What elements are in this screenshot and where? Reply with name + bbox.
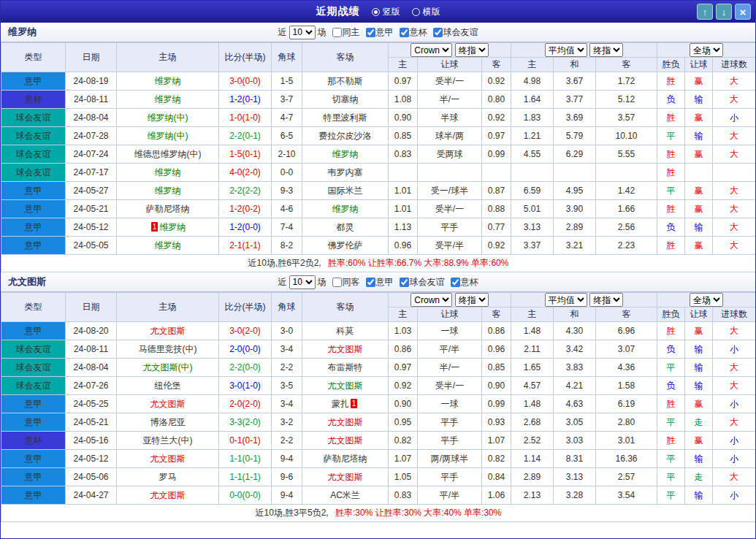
filter-league-2-checkbox[interactable]	[400, 28, 409, 37]
ah-stage-select[interactable]: 终指	[455, 43, 489, 57]
away-team-cell[interactable]: 维罗纳	[302, 200, 389, 218]
away-team-cell[interactable]: 萨勒尼塔纳	[302, 450, 389, 468]
match-row: 意甲 24-05-21 博洛尼亚 3-3(2-0) 3-2 尤文图斯 0.95 …	[1, 413, 756, 432]
match-row: 球会友谊 24-08-11 马德里竞技(中) 2-0(0-0) 3-4 尤文图斯…	[1, 340, 756, 359]
eu-away-odds: 10.10	[596, 127, 657, 145]
home-team-cell[interactable]: 马德里竞技(中)	[117, 340, 219, 359]
home-team-cell[interactable]: 尤文图斯(中)	[117, 359, 219, 377]
away-team-cell[interactable]: 维罗纳	[302, 145, 389, 164]
home-team-cell[interactable]: 维罗纳	[117, 182, 219, 200]
filter-league-3-checkbox[interactable]	[451, 278, 460, 287]
home-team-cell[interactable]: 维罗纳	[117, 72, 219, 91]
ah-away-odds	[482, 164, 511, 182]
euro-avg-select[interactable]: 平均值	[545, 43, 587, 57]
euro-odds-select-cell: 平均值 终指	[511, 293, 657, 307]
home-red-card-badge: 1	[151, 222, 159, 232]
match-count-select[interactable]: 10	[289, 26, 316, 39]
away-team-cell[interactable]: AC米兰	[302, 486, 389, 505]
filter-league-1-checkbox[interactable]	[366, 28, 375, 37]
home-team-cell[interactable]: 尤文图斯	[117, 322, 219, 340]
match-count-select[interactable]: 10	[289, 275, 316, 289]
away-team-cell[interactable]: 尤文图斯	[302, 413, 389, 432]
home-team-cell[interactable]: 尤文图斯	[117, 450, 219, 468]
away-team-cell[interactable]: 特里波利斯	[302, 109, 389, 127]
move-down-button[interactable]: ↓	[716, 4, 732, 20]
home-team-name: 维德思维罗纳(中)	[134, 149, 202, 159]
euro-stage-select[interactable]: 终指	[589, 293, 623, 307]
goals-result-cell: 大	[713, 322, 756, 340]
away-team-cell[interactable]: 国际米兰	[302, 182, 389, 200]
away-team-cell[interactable]: 韦罗内塞	[302, 164, 389, 182]
home-team-cell[interactable]: 尤文图斯	[117, 486, 219, 505]
away-team-cell[interactable]: 费拉尔皮沙洛	[302, 127, 389, 145]
away-team-cell[interactable]: 尤文图斯	[302, 377, 389, 395]
filter-league-3[interactable]: 意杯	[447, 276, 478, 288]
filter-league-1-checkbox[interactable]	[366, 278, 375, 287]
away-team-cell[interactable]: 切塞纳	[302, 91, 389, 109]
layout-radio-horizontal[interactable]: 横版	[412, 6, 440, 18]
home-team-cell[interactable]: 维罗纳(中)	[117, 109, 219, 127]
away-team-cell[interactable]: 佛罗伦萨	[302, 237, 389, 255]
filter-league-3[interactable]: 球会友谊	[429, 26, 478, 39]
eu-away-odds	[596, 164, 657, 182]
home-team-cell[interactable]: 维德思维罗纳(中)	[117, 145, 219, 164]
away-team-cell[interactable]: 都灵	[302, 218, 389, 237]
match-row: 球会友谊 24-07-17 维罗纳 4-0(2-0) 0-0 韦罗内塞 胜	[1, 164, 756, 182]
scope-select[interactable]: 全场	[690, 293, 723, 307]
home-team-cell[interactable]: 博洛尼亚	[117, 413, 219, 432]
away-team-cell[interactable]: 那不勒斯	[302, 72, 389, 91]
home-team-cell[interactable]: 维罗纳	[117, 164, 219, 182]
home-team-cell[interactable]: 1维罗纳	[117, 218, 219, 237]
close-icon: ×	[740, 6, 747, 18]
euro-stage-select[interactable]: 终指	[589, 43, 623, 57]
scope-select[interactable]: 全场	[690, 43, 723, 57]
col-header-eu-draw: 和	[554, 307, 596, 322]
move-up-button[interactable]: ↑	[697, 4, 713, 20]
score-cell: 1-2(0-2)	[219, 200, 272, 218]
away-team-cell[interactable]: 蒙扎1	[302, 395, 389, 413]
score-cell: 3-0(2-0)	[219, 322, 272, 340]
filter-same-venue[interactable]: 同主	[329, 26, 360, 39]
ah-line: 受半/一	[418, 377, 482, 395]
away-team-name: 佛罗伦萨	[328, 240, 363, 251]
away-team-cell[interactable]: 尤文图斯	[302, 468, 389, 486]
close-button[interactable]: ×	[735, 4, 751, 20]
home-team-cell[interactable]: 亚特兰大(中)	[117, 432, 219, 450]
away-team-cell[interactable]: 尤文图斯	[302, 340, 389, 359]
home-team-cell[interactable]: 维罗纳	[117, 91, 219, 109]
ah-stage-select[interactable]: 终指	[455, 293, 489, 307]
ah-away-odds: 0.87	[482, 182, 511, 200]
filter-league-3-checkbox[interactable]	[433, 28, 443, 37]
filter-same-venue-checkbox[interactable]	[332, 28, 342, 37]
home-team-cell[interactable]: 维罗纳	[117, 237, 219, 255]
col-header-result: 胜负	[657, 58, 685, 72]
filter-league-1[interactable]: 意甲	[362, 26, 394, 39]
away-team-cell[interactable]: 科莫	[302, 322, 389, 340]
filter-same-venue[interactable]: 同客	[329, 276, 360, 288]
filter-league-2[interactable]: 意杯	[396, 26, 427, 39]
home-team-cell[interactable]: 维罗纳(中)	[117, 127, 219, 145]
results-table: 类型 日期 主场 比分(半场) 角球 客场 Crown 终指 平均值 终指	[1, 292, 756, 522]
filter-league-2-checkbox[interactable]	[400, 278, 409, 287]
team-name: 尤文图斯	[8, 275, 46, 288]
layout-radio-vertical[interactable]: 竖版	[372, 6, 400, 18]
bookmaker-select[interactable]: Crown	[411, 293, 452, 307]
euro-avg-select[interactable]: 平均值	[545, 293, 587, 307]
ah-away-odds: 0.86	[482, 322, 511, 340]
home-team-cell[interactable]: 纽伦堡	[117, 377, 219, 395]
match-date: 24-08-20	[66, 322, 117, 340]
home-team-cell[interactable]: 罗马	[117, 468, 219, 486]
ah-home-odds: 0.90	[389, 395, 418, 413]
home-team-cell[interactable]: 萨勒尼塔纳	[117, 200, 219, 218]
corners-cell: 1-5	[272, 72, 302, 91]
score-cell: 2-2(0-0)	[219, 359, 272, 377]
ah-away-odds: 0.92	[482, 72, 511, 91]
bookmaker-select[interactable]: Crown	[411, 43, 452, 57]
home-team-cell[interactable]: 尤文图斯	[117, 395, 219, 413]
filter-same-venue-checkbox[interactable]	[332, 278, 342, 287]
filter-league-2[interactable]: 球会友谊	[396, 276, 445, 288]
near-label: 近	[278, 276, 287, 288]
filter-league-1[interactable]: 意甲	[362, 276, 394, 288]
away-team-cell[interactable]: 布雷斯特	[302, 359, 389, 377]
away-team-cell[interactable]: 尤文图斯	[302, 432, 389, 450]
